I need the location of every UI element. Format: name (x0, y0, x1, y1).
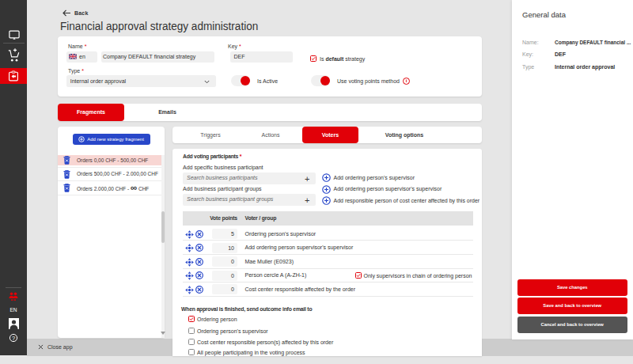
svg-text:?: ? (12, 335, 15, 342)
